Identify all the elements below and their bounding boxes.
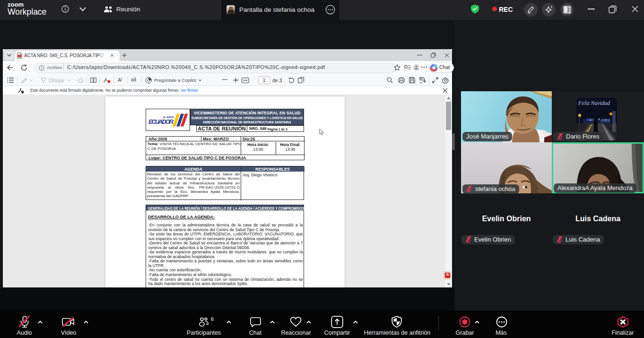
svg-text:ECUADOR: ECUADOR <box>148 118 174 125</box>
svg-text:Feliz Navidad: Feliz Navidad <box>578 100 610 106</box>
svg-text:EL NUEVO: EL NUEVO <box>163 116 174 119</box>
